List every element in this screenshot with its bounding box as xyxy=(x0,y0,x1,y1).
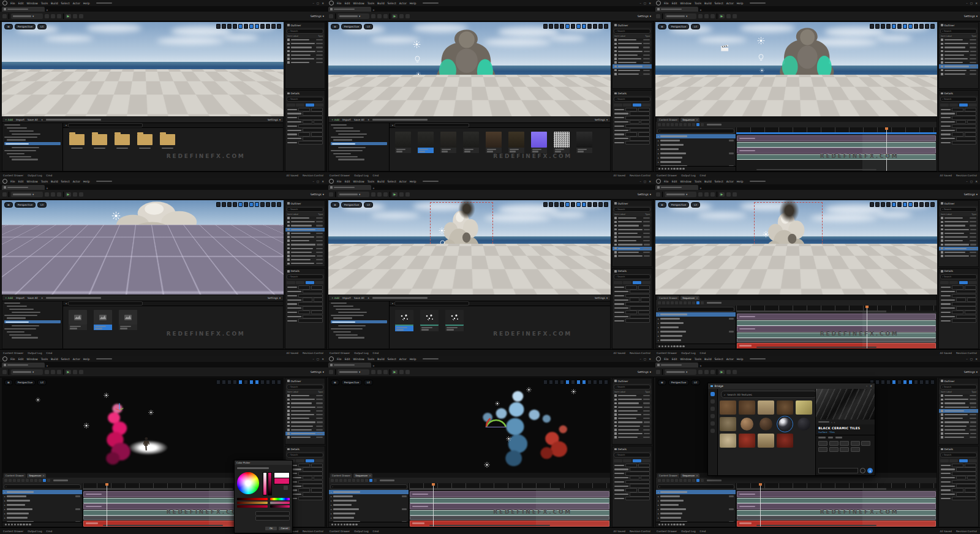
ok-button[interactable]: OK xyxy=(265,527,277,530)
viewport-toolbar-icon[interactable] xyxy=(543,24,548,29)
property-value-field[interactable] xyxy=(952,464,963,468)
menu-select[interactable]: Select xyxy=(715,180,723,183)
minimize-button[interactable]: – xyxy=(967,2,968,5)
expander-icon[interactable]: ▸ xyxy=(658,318,659,320)
tree-item[interactable] xyxy=(7,317,26,318)
viewport-toolbar-icon[interactable] xyxy=(266,24,271,29)
toolbar-button[interactable] xyxy=(73,370,77,374)
viewport-toolbar-icon[interactable] xyxy=(587,380,592,385)
property-value-field[interactable] xyxy=(298,480,323,484)
lit-dropdown[interactable]: Lit xyxy=(37,380,47,385)
outliner-search-input[interactable]: ⌕ Search xyxy=(287,385,323,389)
details-row[interactable] xyxy=(612,472,652,476)
toolbar-button[interactable] xyxy=(733,192,737,197)
details-row[interactable] xyxy=(939,124,978,129)
expander-icon[interactable]: ▸ xyxy=(658,161,659,164)
viewport-toolbar-icon[interactable] xyxy=(244,202,249,207)
property-value-field[interactable] xyxy=(303,476,312,480)
expander-icon[interactable]: ▸ xyxy=(331,500,332,502)
selection-mode-dropdown[interactable]: ▾ xyxy=(337,369,369,375)
smoke-vdb-volume[interactable] xyxy=(435,209,486,293)
sequencer-track-row[interactable]: ▸ xyxy=(656,490,736,494)
close-button[interactable]: ✕ xyxy=(975,358,978,361)
menu-window[interactable]: Window xyxy=(27,180,38,183)
light-gizmo-icon[interactable] xyxy=(526,383,532,395)
cmd-dropdown[interactable]: Cmd xyxy=(373,352,379,355)
viewport-toolbar-icon[interactable] xyxy=(565,380,570,385)
play-button[interactable]: ▶ xyxy=(66,370,71,374)
minimize-button[interactable]: – xyxy=(640,358,641,361)
viewport-toolbar-icon[interactable] xyxy=(238,24,243,29)
sequencer-tool-button[interactable] xyxy=(335,479,338,482)
viewport-toolbar-icon[interactable] xyxy=(582,24,587,29)
viewport-toolbar-icon[interactable] xyxy=(560,380,565,385)
tree-item[interactable] xyxy=(331,328,363,329)
lit-dropdown[interactable]: Lit xyxy=(364,380,373,385)
selection-mode-dropdown[interactable]: ▾ xyxy=(337,192,369,197)
viewport[interactable]: ☰ Perspective Lit xyxy=(328,200,611,295)
maximize-button[interactable]: ▢ xyxy=(644,358,646,361)
viewport-toolbar-icon[interactable] xyxy=(587,202,592,207)
details-row[interactable] xyxy=(612,492,652,497)
tab-content-drawer[interactable]: Content Drawer xyxy=(657,118,679,122)
favorites-icon[interactable]: ★ xyxy=(41,118,43,121)
details-row[interactable] xyxy=(285,132,325,137)
light-gizmo-icon[interactable] xyxy=(439,225,445,236)
menu-file[interactable]: File xyxy=(664,358,669,361)
details-search-input[interactable]: ⌕ Search xyxy=(940,97,977,102)
toolbar-button[interactable] xyxy=(698,192,703,197)
viewport-toolbar-icon[interactable] xyxy=(914,202,919,207)
bridge-material-sphere[interactable] xyxy=(760,418,772,431)
menu-edit[interactable]: Edit xyxy=(345,358,350,361)
play-button[interactable]: ▶ xyxy=(392,370,398,374)
bridge-asset-thumb[interactable] xyxy=(720,417,736,431)
local-icon[interactable] xyxy=(710,429,715,433)
timeline-ruler[interactable] xyxy=(409,483,610,488)
menu-build[interactable]: Build xyxy=(377,2,385,5)
content-drawer-button[interactable]: Content Drawer xyxy=(3,530,23,533)
menu-build[interactable]: Build xyxy=(377,180,385,183)
sequencer-timeline[interactable] xyxy=(736,127,937,171)
viewport-toolbar-icon[interactable] xyxy=(233,202,238,207)
timeline-scrollbar[interactable] xyxy=(429,525,550,527)
viewport-toolbar-icon[interactable] xyxy=(277,202,282,207)
tab-content-drawer[interactable]: Content Drawer xyxy=(4,473,26,478)
details-search-input[interactable]: ⌕ Search xyxy=(940,274,977,279)
close-button[interactable]: ✕ xyxy=(649,2,651,5)
spotlight-gizmo-icon[interactable] xyxy=(440,238,445,250)
menu-actor[interactable]: Actor xyxy=(399,2,407,5)
toolbar-button[interactable] xyxy=(726,14,731,18)
light-gizmo-icon[interactable] xyxy=(495,397,500,408)
add-button[interactable]: + Add xyxy=(331,118,339,121)
output-log-button[interactable]: Output Log xyxy=(681,352,695,355)
level-tab[interactable] xyxy=(328,363,371,367)
bridge-asset-thumb[interactable] xyxy=(758,401,774,415)
tree-item[interactable] xyxy=(12,134,40,135)
property-value-field[interactable] xyxy=(956,484,976,488)
viewport-toolbar-icon[interactable] xyxy=(925,380,930,385)
green-slider[interactable] xyxy=(237,502,268,504)
viewport-toolbar-icon[interactable] xyxy=(277,24,282,29)
sequencer-tool-button[interactable] xyxy=(696,123,699,126)
level-tab[interactable] xyxy=(2,7,45,12)
close-button[interactable]: ✕ xyxy=(975,2,978,5)
toolbar-button[interactable] xyxy=(698,370,703,374)
sequencer-track-row[interactable]: ▸ xyxy=(656,160,736,164)
property-value-field[interactable] xyxy=(298,285,310,290)
details-row[interactable] xyxy=(939,472,978,476)
asset-category-link[interactable]: Surface · Tiles xyxy=(816,430,875,435)
tree-item[interactable] xyxy=(333,331,351,333)
sequencer-tool-button[interactable] xyxy=(331,479,334,482)
cb-settings-button[interactable]: Settings xyxy=(595,296,605,299)
property-value-field[interactable] xyxy=(967,120,977,124)
details-row[interactable] xyxy=(612,484,652,488)
light-gizmo-icon[interactable] xyxy=(763,228,769,240)
viewport-toolbar-icon[interactable] xyxy=(587,24,592,29)
toolbar-button[interactable] xyxy=(399,370,404,374)
viewport-toolbar-icon[interactable] xyxy=(593,202,598,207)
details-row[interactable] xyxy=(612,107,652,111)
viewport-toolbar-icon[interactable] xyxy=(875,380,880,385)
vdb-asset[interactable] xyxy=(118,310,138,330)
tab-sequencer[interactable]: Sequencer ✕ xyxy=(27,473,46,478)
sequencer-track-row[interactable]: ▸ xyxy=(656,498,736,503)
